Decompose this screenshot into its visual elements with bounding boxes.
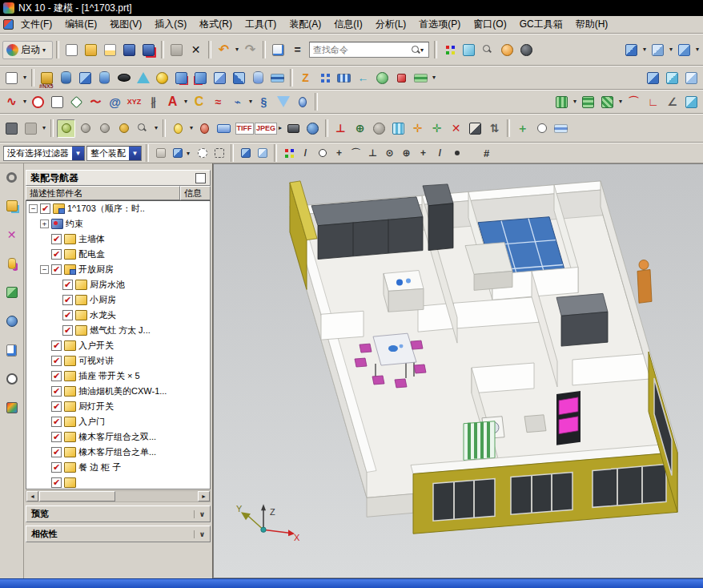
undo-button[interactable]: ↶ [215,41,233,59]
scroll-right-icon[interactable]: ► [198,491,210,501]
start-button[interactable]: 启动 ▾ [2,41,53,59]
scroll-left-icon[interactable]: ◄ [26,491,38,501]
checkbox[interactable]: ✔ [51,386,62,397]
snap-circle-icon[interactable] [315,146,330,161]
jpeg-export-button[interactable]: JPEG [255,118,276,139]
checkbox[interactable]: ✔ [51,477,62,488]
sphere-button[interactable] [153,69,171,87]
part-navigator-tab[interactable] [3,255,21,272]
tree-row[interactable]: ✔ 主墙体 [26,232,210,247]
edge-blend-button[interactable] [392,69,411,87]
x-axis-button[interactable]: ✕ [447,119,465,138]
tree-row[interactable]: ✔ 入户门 [26,414,210,429]
snap-center-icon[interactable]: ⊙ [382,146,397,161]
menu-information[interactable]: 信息(I) [328,16,368,33]
checkbox[interactable]: ✔ [51,462,62,473]
snap-midpoint-icon[interactable] [449,146,464,161]
roles-gear-icon[interactable] [3,168,21,186]
section-view-button[interactable] [466,119,484,138]
orient-view-button[interactable] [517,41,536,59]
light-bulb-dropdown-icon[interactable]: ▾ [188,119,195,137]
helix-button[interactable]: @ [106,93,124,111]
tree-row[interactable]: ✔ 抽油烟机美的CXW-1... [26,384,210,399]
wireframe-view-dropdown-icon[interactable]: ▾ [668,41,674,58]
copy-component-button[interactable]: ✛ [428,119,446,138]
checkbox[interactable]: ✔ [62,295,73,305]
tree-row[interactable]: ✔ 厨灯开关 [26,399,210,414]
cone-button[interactable] [134,69,152,87]
wireframe-small-icon[interactable] [255,146,270,161]
emphasize-button[interactable] [373,69,392,87]
clock-mini-icon[interactable] [532,119,551,138]
menu-file[interactable]: 文件(F) [15,16,58,33]
prism-light-button[interactable] [682,69,701,87]
navigator-title-bar[interactable]: 装配导航器 [26,170,211,186]
select-hand-icon[interactable] [153,146,168,161]
checkbox[interactable]: ✔ [62,325,73,336]
tree-row[interactable]: ✔ 厨房水池 [26,277,210,292]
face-grid3-dropdown-icon[interactable]: ▾ [617,93,624,111]
menu-gc-toolbox[interactable]: GC工具箱 [514,16,568,33]
sweep-button[interactable]: Z [296,69,315,87]
menu-help[interactable]: 帮助(H) [570,16,614,33]
save-button[interactable] [120,41,139,59]
collapse-icon[interactable]: − [40,265,49,274]
shaded-view-button[interactable] [622,41,641,59]
tree-row[interactable]: ✔ 橡木客厅组合之单... [26,445,210,460]
menu-format[interactable]: 格式(R) [194,16,238,33]
face-grid-button[interactable] [552,93,571,111]
tree-row[interactable]: ✔ 配电盒 [26,247,210,262]
checkbox[interactable]: ✔ [51,371,62,381]
arc-tool-button[interactable]: C [190,93,208,111]
history-tab[interactable] [3,341,21,359]
role-active-button[interactable] [57,119,75,138]
cylinder-button[interactable] [95,69,114,87]
zoom-in-button[interactable] [479,41,497,59]
equals-icon[interactable]: = [288,41,307,59]
circle-tool-button[interactable] [29,93,47,111]
shaded-small-icon[interactable] [238,146,253,161]
display-gray-button[interactable] [22,119,40,138]
checkbox[interactable]: ✔ [51,417,62,427]
column-info-header[interactable]: 信息 [180,186,211,200]
checkbox[interactable]: ✔ [40,203,50,214]
menu-view[interactable]: 视图(V) [104,16,147,33]
polygon-tool-button[interactable] [67,93,86,111]
corner-measure-button[interactable]: ∟ [644,93,662,111]
divide-curve-button[interactable]: ∦ [144,93,163,111]
face-grid-dropdown-icon[interactable]: ▾ [572,93,578,111]
mesh-cube-button[interactable] [389,119,408,138]
command-finder-button[interactable] [269,41,287,59]
highlight-select-icon[interactable] [170,146,185,161]
undo-dropdown-icon[interactable]: ▾ [234,41,240,58]
snap-arc-icon[interactable]: ⌒ [348,146,364,161]
text-tool-button[interactable]: A [163,93,182,111]
tree-row[interactable]: ✔ 餐 边 柜 子 [26,460,210,475]
paste-button[interactable] [167,41,186,59]
explore-button[interactable] [134,119,152,138]
search-dropdown-icon[interactable]: ▾ [420,46,427,54]
information-tab[interactable] [3,312,21,330]
feature-group-dropdown-icon[interactable]: ▾ [431,69,437,87]
move-component-button[interactable]: ✛ [408,119,427,138]
orientation-triad[interactable]: Z X Y [236,504,300,542]
unite-button[interactable] [172,69,191,87]
sketch-button[interactable] [2,69,21,87]
reuse-library-tab[interactable] [3,284,21,301]
project-curve-dropdown-icon[interactable]: ▾ [247,93,254,111]
tree-row[interactable]: ✔ 入户开关 [26,338,210,353]
light-bulb-off-button[interactable] [195,119,214,138]
tree-row[interactable]: ✔ [26,475,210,489]
scrollbar-thumb[interactable] [39,491,115,501]
command-search-box[interactable]: ▾ [309,42,429,58]
tree-row[interactable]: ✔ 燃气灶 方太 J... [26,323,210,338]
jpeg-dropdown-icon[interactable]: ▸ [277,119,283,137]
target-point-button[interactable]: ⊕ [351,119,369,138]
user-1-icon[interactable] [76,119,94,138]
display-dropdown-icon[interactable]: ▾ [41,119,47,137]
display-dark-button[interactable] [2,119,21,138]
document-icon[interactable] [3,19,14,30]
rotate-view-button[interactable] [498,41,516,59]
apartment-model[interactable]: Z X Y [214,164,703,578]
checkbox[interactable]: ✔ [62,280,73,290]
